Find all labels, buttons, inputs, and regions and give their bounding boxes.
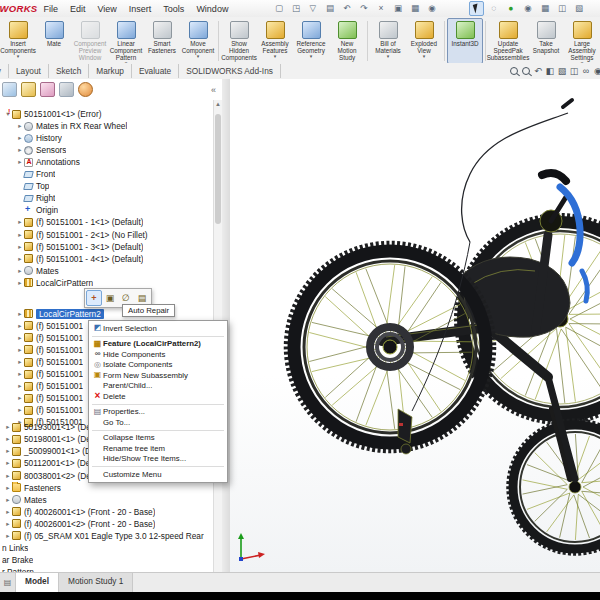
move-component-button[interactable]: Move Component▾ [180, 18, 216, 64]
caret-icon[interactable]: ▸ [4, 459, 12, 467]
caret-icon[interactable]: ▸ [16, 122, 24, 130]
bill-of-materials-button[interactable]: Bill of Materials▾ [370, 18, 406, 64]
lasso-icon[interactable]: ◌ [486, 1, 501, 16]
scrollbar-thumb[interactable] [215, 114, 221, 224]
tree-item[interactable]: ▸(f) 50151001 - 1<1> (Default) [16, 216, 143, 228]
tab-sketch[interactable]: Sketch [49, 64, 89, 78]
zoom-fit-icon[interactable] [509, 65, 520, 78]
copy-icon[interactable]: ▣ [390, 1, 405, 16]
menu-item-delete[interactable]: ×Delete [89, 391, 227, 402]
caret-icon[interactable]: ▸ [16, 394, 24, 402]
caret-icon[interactable]: ▸ [16, 218, 24, 226]
caret-icon[interactable]: ▸ [16, 334, 24, 342]
tree-item[interactable]: ▸LocalCirPattern [16, 277, 93, 289]
menu-insert[interactable]: Insert [123, 4, 158, 14]
caret-icon[interactable]: ▸ [16, 358, 24, 366]
caret-icon[interactable]: ▸ [16, 310, 24, 318]
menu-item-customize-menu[interactable]: Customize Menu [89, 469, 227, 480]
show-hidden-components-button[interactable]: Show Hidden Components [221, 18, 257, 64]
menu-item-hide-show-tree-items[interactable]: Hide/Show Tree Items... [89, 454, 227, 465]
doc-tab-model[interactable]: Model [16, 573, 59, 593]
tab-layout[interactable]: Layout [9, 64, 49, 78]
reference-geometry-button[interactable]: Reference Geometry▾ [293, 18, 329, 64]
caret-icon[interactable]: ▸ [4, 435, 12, 443]
menu-item-hide-components[interactable]: ∞Hide Components [89, 349, 227, 360]
new-file-icon[interactable]: ▢ [271, 1, 286, 16]
menu-item-form-new-subassembly[interactable]: ▣Form New Subassembly [89, 370, 227, 381]
menu-window[interactable]: Window [190, 4, 234, 14]
doc-tab-motion-study-1[interactable]: Motion Study 1 [59, 573, 133, 593]
panel-collapse-icon[interactable]: « [211, 85, 216, 95]
caret-icon[interactable]: ▸ [4, 496, 12, 504]
menu-view[interactable]: View [91, 4, 122, 14]
display-style-icon[interactable]: ◫ [554, 1, 569, 16]
display-manager-icon[interactable] [78, 82, 93, 97]
menu-item-invert-selection[interactable]: ◩Invert Selection [89, 323, 227, 334]
menu-item-properties[interactable]: ▤Properties... [89, 407, 227, 418]
rebuild-icon[interactable]: ● [503, 1, 518, 16]
caret-icon[interactable]: ▸ [4, 472, 12, 480]
scroll-up-icon[interactable]: ▲ [214, 100, 222, 108]
take-snapshot-button[interactable]: Take Snapshot [528, 18, 564, 64]
caret-icon[interactable]: ▸ [4, 447, 12, 455]
auto-repair-icon[interactable]: + [86, 290, 102, 306]
cut-icon[interactable]: × [373, 1, 388, 16]
tree-item[interactable]: ▸(f) 40026001<1> (Front - 20 - Base) [4, 506, 155, 518]
caret-icon[interactable]: ▸ [16, 279, 24, 287]
tree-item[interactable]: ▸(f) 50151001 - 4<1> (Default) [16, 253, 143, 265]
caret-icon[interactable]: ▸ [16, 231, 24, 239]
tab-evaluate[interactable]: Evaluate [132, 64, 179, 78]
caret-icon[interactable]: ▸ [16, 370, 24, 378]
smart-fasteners-button[interactable]: Smart Fasteners [144, 18, 180, 64]
open-file-icon[interactable]: ◳ [288, 1, 303, 16]
zoom-area-icon[interactable] [521, 65, 532, 78]
tree-item[interactable]: Origin [16, 204, 58, 216]
paste-icon[interactable]: ▦ [407, 1, 422, 16]
caret-icon[interactable]: ▸ [16, 243, 24, 251]
tree-item[interactable]: ▸Fasteners [4, 482, 61, 494]
caret-icon[interactable]: ▸ [16, 267, 24, 275]
redo-icon[interactable]: ↷ [356, 1, 371, 16]
tree-item[interactable]: ▸LocalCirPattern2 [16, 308, 104, 320]
tree-item[interactable]: n Links [2, 542, 28, 554]
tree-item[interactable]: Front [16, 168, 55, 180]
view-orientation-icon[interactable]: ▧ [557, 65, 568, 78]
menu-item-feature-localcirpattern2[interactable]: ▦Feature (LocalCirPattern2) [89, 339, 227, 350]
tree-item[interactable]: ▸History [16, 132, 62, 144]
save-icon[interactable]: ▽ [305, 1, 320, 16]
menu-file[interactable]: File [37, 4, 64, 14]
tab-solidworks-add-ins[interactable]: SOLIDWORKS Add-Ins [179, 64, 281, 78]
tree-item[interactable]: ▸(f) 50151001 [16, 332, 83, 344]
previous-view-icon[interactable]: ↶ [533, 65, 544, 78]
tree-item[interactable]: ar Brake [2, 554, 33, 566]
tree-item[interactable]: ▸Sensors [16, 144, 66, 156]
tree-item[interactable]: ▸Mates in RX Rear Wheel [16, 120, 127, 132]
menu-item-isolate-components[interactable]: ◎Isolate Components [89, 360, 227, 371]
assembly-features-button[interactable]: Assembly Features▾ [257, 18, 293, 64]
hide-show-items-icon[interactable]: ∞ [581, 65, 592, 78]
tab-list-icon[interactable]: ▤ [0, 573, 16, 593]
tree-item[interactable]: ▸(f) 50151001 [16, 320, 83, 332]
menu-item-collapse-items[interactable]: Collapse Items [89, 433, 227, 444]
tree-item[interactable]: ▸(f) 40026001<2> (Front - 20 - Base) [4, 518, 155, 530]
tree-item[interactable]: Right [16, 192, 55, 204]
tree-item[interactable]: ▸(f) 50151001 [16, 380, 83, 392]
large-assembly-settings-button[interactable]: Large Assembly Settings▾ [564, 18, 600, 64]
tree-item[interactable]: ▸(f) 50151001 [16, 368, 83, 380]
tree-item[interactable]: ▸(f) 50151001 [16, 344, 83, 356]
graphics-viewport[interactable] [230, 79, 600, 572]
front-wheel[interactable] [508, 409, 600, 554]
propertymanager-icon[interactable] [21, 82, 36, 97]
tree-item[interactable]: Top [16, 180, 49, 192]
tree-item[interactable]: ▸Mates [16, 265, 59, 277]
caret-icon[interactable]: ▸ [16, 255, 24, 263]
tree-item[interactable]: ▸(f) 50151001 [16, 404, 83, 416]
instant3d-button[interactable]: Instant3D [447, 18, 483, 64]
caret-icon[interactable]: ▸ [16, 346, 24, 354]
display-style-icon[interactable]: ◫ [569, 65, 580, 78]
caret-icon[interactable]: ▸ [4, 508, 12, 516]
caret-icon[interactable]: ▸ [4, 423, 12, 431]
caret-icon[interactable]: ▸ [16, 134, 24, 142]
featuremanager-tree-icon[interactable] [2, 82, 17, 97]
edit-appearance-icon[interactable]: ◉ [593, 65, 600, 78]
